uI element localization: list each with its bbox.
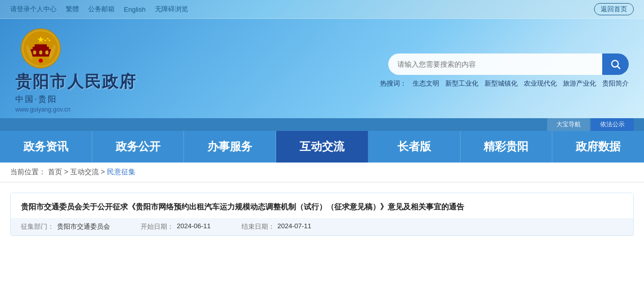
nav-wrapper: 大宝导航 依法公示 政务资讯 政务公开 办事服务 互动交流 长者版 精彩贵阳 政… <box>0 118 644 163</box>
accessible-link[interactable]: 无障碍浏览 <box>155 5 188 14</box>
search-input[interactable] <box>388 53 602 75</box>
notice-card: 贵阳市交通委员会关于公开征求《贵阳市网络预约出租汽车运力规模动态调整机制（试行）… <box>10 193 634 236</box>
hot-keywords: 热搜词： 生态文明 新型工业化 新型城镇化 农业现代化 旅游产业化 贵阳简介 <box>380 79 629 88</box>
hot-keyword-2[interactable]: 新型工业化 <box>445 79 478 88</box>
notice-meta: 征集部门： 贵阳市交通委员会 开始日期： 2024-06-11 结束日期： 20… <box>11 218 633 235</box>
national-emblem-icon <box>20 28 61 69</box>
site-subtitle: 中国·贵阳 <box>15 94 58 105</box>
search-area: 热搜词： 生态文明 新型工业化 新型城镇化 农业现代化 旅游产业化 贵阳简介 <box>380 53 629 88</box>
svg-rect-4 <box>35 44 47 47</box>
notice-end-label: 结束日期： <box>242 222 275 231</box>
breadcrumb-current: 民意征集 <box>107 168 136 176</box>
english-link[interactable]: English <box>124 6 146 13</box>
nav-item-6[interactable]: 政府数据 <box>552 131 644 163</box>
svg-line-16 <box>618 66 620 69</box>
nav-tabs-top: 大宝导航 依法公示 <box>0 118 644 131</box>
nav-item-4[interactable]: 长者版 <box>368 131 461 163</box>
svg-point-6 <box>39 50 42 55</box>
notice-dept: 征集部门： 贵阳市交通委员会 <box>21 222 110 231</box>
home-button[interactable]: 返回首页 <box>594 3 634 15</box>
svg-point-14 <box>39 59 43 63</box>
notice-start: 开始日期： 2024-06-11 <box>141 222 211 231</box>
nav-item-5[interactable]: 精彩贵阳 <box>461 131 553 163</box>
site-title: 贵阳市人民政府 <box>15 71 137 93</box>
nav-item-1[interactable]: 政务公开 <box>92 131 184 163</box>
hot-keyword-6[interactable]: 贵阳简介 <box>602 79 629 88</box>
top-bar: 请登录个人中心 繁體 公务邮箱 English 无障碍浏览 返回首页 <box>0 0 644 19</box>
nav-item-2[interactable]: 办事服务 <box>184 131 276 163</box>
site-url: www.guiyang.gov.cn <box>15 106 71 113</box>
svg-point-5 <box>33 50 36 55</box>
search-icon <box>610 59 621 70</box>
logo-area: 贵阳市人民政府 中国·贵阳 www.guiyang.gov.cn <box>15 28 137 113</box>
notice-start-value: 2024-06-11 <box>177 222 211 231</box>
nav-item-3[interactable]: 互动交流 <box>276 131 368 163</box>
header: 贵阳市人民政府 中国·贵阳 www.guiyang.gov.cn 热搜词： 生态… <box>0 19 644 118</box>
hot-keyword-4[interactable]: 农业现代化 <box>524 79 557 88</box>
mail-link[interactable]: 公务邮箱 <box>88 5 115 14</box>
svg-point-15 <box>612 60 619 67</box>
traditional-link[interactable]: 繁體 <box>66 5 79 14</box>
breadcrumb: 当前位置： 首页 > 互动交流 > 民意征集 <box>0 163 644 182</box>
breadcrumb-sep-1: > <box>64 168 70 176</box>
hot-keyword-1[interactable]: 生态文明 <box>413 79 439 88</box>
nav-main: 政务资讯 政务公开 办事服务 互动交流 长者版 精彩贵阳 政府数据 <box>0 131 644 163</box>
nav-item-0[interactable]: 政务资讯 <box>0 131 92 163</box>
notice-start-label: 开始日期： <box>141 222 174 231</box>
notice-end-value: 2024-07-11 <box>278 222 312 231</box>
svg-point-7 <box>45 50 48 55</box>
breadcrumb-sep-2: > <box>101 168 107 176</box>
breadcrumb-prefix: 当前位置： <box>10 168 46 176</box>
notice-dept-value: 贵阳市交通委员会 <box>57 222 110 231</box>
nav-tab-small-1[interactable]: 大宝导航 <box>547 118 590 131</box>
search-button[interactable] <box>602 53 629 75</box>
nav-tab-small-2[interactable]: 依法公示 <box>591 118 634 131</box>
top-bar-right: 返回首页 <box>594 3 634 15</box>
breadcrumb-level1[interactable]: 互动交流 <box>70 168 99 176</box>
search-box <box>388 53 629 75</box>
notice-end: 结束日期： 2024-07-11 <box>242 222 312 231</box>
content-area: 贵阳市交通委员会关于公开征求《贵阳市网络预约出租汽车运力规模动态调整机制（试行）… <box>0 182 644 246</box>
notice-title: 贵阳市交通委员会关于公开征求《贵阳市网络预约出租汽车运力规模动态调整机制（试行）… <box>11 193 633 218</box>
login-link[interactable]: 请登录个人中心 <box>10 5 57 14</box>
breadcrumb-home[interactable]: 首页 <box>48 168 62 176</box>
hot-keyword-5[interactable]: 旅游产业化 <box>563 79 596 88</box>
hot-label: 热搜词： <box>380 79 407 88</box>
notice-dept-label: 征集部门： <box>21 222 54 231</box>
hot-keyword-3[interactable]: 新型城镇化 <box>485 79 518 88</box>
